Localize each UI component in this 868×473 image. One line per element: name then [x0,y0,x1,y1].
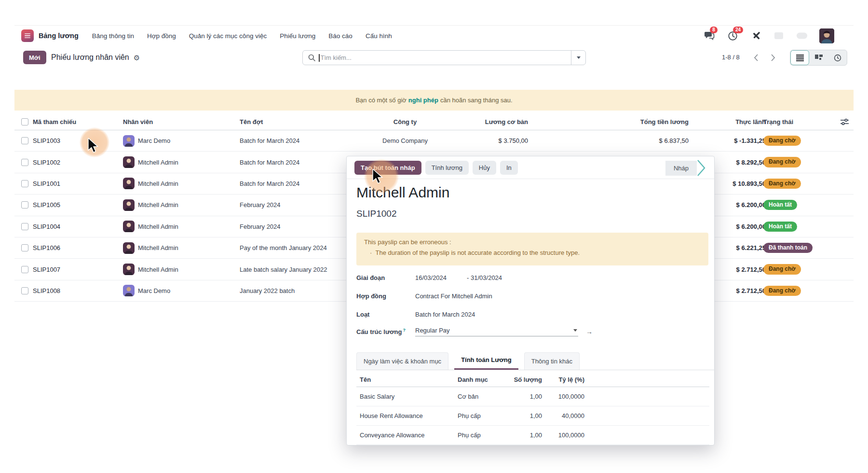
status-badge: Hoàn tất [763,222,797,232]
col-status[interactable]: Trạng thái [763,114,793,130]
col-gross-wage[interactable]: Tổng tiền lương [602,114,689,130]
row-checkbox[interactable] [21,137,28,144]
activity-view-button[interactable] [828,50,847,65]
col-name[interactable]: Tên [360,373,371,387]
menu-contracts[interactable]: Hợp đồng [147,32,176,40]
menu-configuration[interactable]: Cấu hình [366,32,392,40]
activities-clock-icon[interactable]: 24 [727,30,738,42]
print-button[interactable]: In [500,161,518,175]
field-period-label: Giai đoạn [356,274,415,281]
contract-value[interactable]: Contract For Mitchell Admin [415,292,492,300]
search-bar[interactable]: Tìm kiếm... [302,50,586,65]
rule-rate: 100,0000 [531,426,584,445]
row-checkbox[interactable] [21,287,28,294]
structure-select[interactable]: Regular Pay [415,327,578,336]
menu-dashboard[interactable]: Bảng thông tin [92,32,134,40]
col-batch[interactable]: Tên đợt [240,114,345,130]
status-badge: Đã thanh toán [763,243,813,253]
payslip-ref: SLIP1002 [33,152,60,172]
col-rate[interactable]: Tỷ lệ (%) [531,373,584,387]
list-view-button[interactable] [790,50,809,65]
search-dropdown-toggle[interactable] [571,51,585,65]
rule-name: Conveyance Allowance [360,426,424,445]
cancel-button[interactable]: Hủy [473,161,496,175]
disabled-systray-icon [773,30,785,42]
employee-name: Marc Demo [138,137,170,144]
period-from-value[interactable]: 16/03/2024 [415,274,447,281]
user-avatar[interactable] [819,28,834,43]
tab-other-info[interactable]: Thông tin khác [524,352,580,370]
employee-avatar [123,264,135,275]
batch-name: Batch for March 2024 [240,173,345,194]
salary-lines-table: Tên Danh mục Số lượng Tỷ lệ (%) Basic Sa… [356,373,709,445]
batch-name: Pay of the month January 2024 [240,237,345,258]
payslip-detail-dialog: Tạo bút toán nháp Tính lương Hủy In Nháp… [346,156,715,445]
internal-link-icon[interactable]: → [586,328,593,335]
tools-icon[interactable] [750,30,761,42]
field-contract: Hợp đồng Contract For Mitchell Admin [356,291,492,301]
row-checkbox[interactable] [21,180,28,187]
tab-worked-days[interactable]: Ngày làm việc & khoản mục [356,352,448,370]
salary-line-row[interactable]: Conveyance AllowancePhụ cấp1,00100,0000 [356,426,709,445]
compute-sheet-button[interactable]: Tính lương [425,161,469,175]
row-checkbox[interactable] [21,159,28,166]
pager-next-button[interactable] [767,51,779,64]
gear-icon[interactable]: ⚙ [134,54,140,61]
optional-columns-icon[interactable] [841,118,849,127]
row-checkbox[interactable] [21,201,28,209]
col-category[interactable]: Danh mục [458,373,488,387]
time-off-link[interactable]: nghỉ phép [408,97,438,104]
employee-avatar [123,285,135,296]
status-badge: Đang chờ [763,286,801,296]
salary-line-row[interactable]: Basic SalaryCơ bản1,00100,0000 [356,387,709,406]
period-to-value[interactable]: - 31/03/2024 [467,274,502,281]
menu-reporting[interactable]: Báo cáo [328,32,353,40]
status-badge: Hoàn tất [763,200,797,210]
menu-work-entries[interactable]: Quản lý các mục công việc [189,32,267,40]
employee-cell: Mitchell Admin [123,173,178,194]
employee-name: Marc Demo [138,287,170,294]
company-name: Demo Company [347,130,463,151]
employee-cell: Mitchell Admin [123,152,178,172]
kanban-view-button[interactable] [809,50,828,65]
warning-item: The duration of the payslip is not accur… [376,249,580,256]
employee-avatar [123,242,135,254]
employee-name: Mitchell Admin [138,244,178,251]
field-contract-label: Hợp đồng [356,292,415,300]
batch-name: Late batch salary January 2022 [240,259,345,279]
employee-name: Mitchell Admin [138,223,178,230]
activities-badge: 24 [733,27,743,33]
row-checkbox[interactable] [21,266,28,273]
table-row[interactable]: SLIP1003Marc DemoBatch for March 2024Dem… [14,130,854,152]
pager-previous-button[interactable] [749,51,762,64]
col-reference[interactable]: Mã tham chiếu [33,114,76,130]
status-badge: Đang chờ [763,136,801,146]
col-company[interactable]: Công ty [347,114,463,130]
new-button[interactable]: Mới [23,51,46,64]
help-icon[interactable]: ? [403,328,406,333]
payroll-app-icon[interactable] [21,29,34,42]
col-net-wage[interactable]: Thực lãnh [684,114,766,130]
row-checkbox[interactable] [21,244,28,251]
menu-payslips[interactable]: Phiếu lương [280,32,315,40]
col-employee[interactable]: Nhân viên [123,114,153,130]
disabled-systray-icon [796,30,808,42]
tab-salary-computation[interactable]: Tính toán Lương [454,351,518,370]
select-all-checkbox[interactable] [21,118,28,125]
rule-category: Phụ cấp [458,426,481,445]
status-badge: Đang chờ [763,157,801,167]
col-basic-wage[interactable]: Lương cơ bản [446,114,528,130]
salary-line-row[interactable]: House Rent AllowancePhụ cấp1,0040,0000 [356,406,709,426]
status-draft[interactable]: Nháp [665,161,697,176]
rule-rate: 100,0000 [531,387,584,406]
rule-name: House Rent Allowance [360,406,423,425]
batch-value[interactable]: Batch for March 2024 [415,311,475,318]
notebook-tabs: Ngày làm việc & khoản mục Tính toán Lươn… [356,350,714,370]
dropdown-caret-icon [573,329,577,332]
payslip-ref: SLIP1008 [33,280,60,301]
control-panel: Mới Phiếu lương nhân viên ⚙ Tìm kiếm... … [14,46,854,69]
bullet: · [370,249,376,256]
row-checkbox[interactable] [21,223,28,230]
messages-icon[interactable]: 8 [704,30,715,42]
app-name[interactable]: Bảng lương [39,32,79,40]
